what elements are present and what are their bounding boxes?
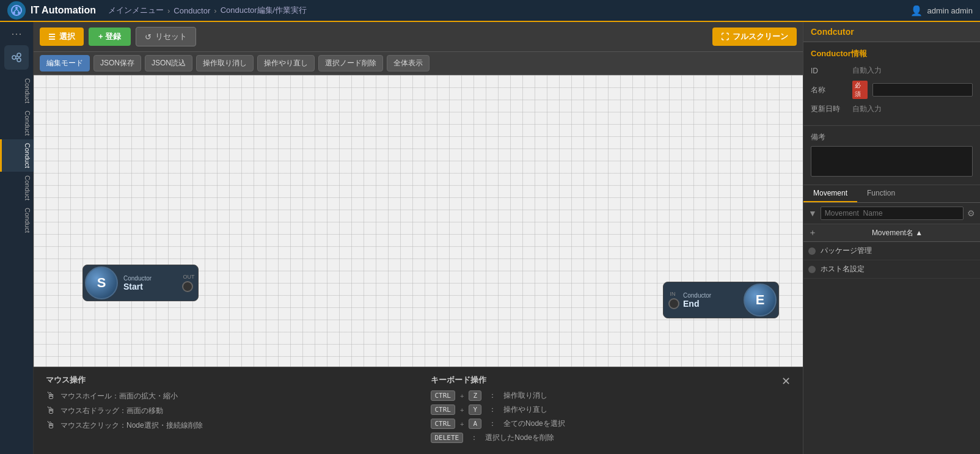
- mouse-right-icon: 🖱: [46, 405, 56, 416]
- remarks-textarea[interactable]: [811, 146, 973, 177]
- mouse-op-2: 🖱 マウス右ドラッグ：画面の移動: [46, 405, 406, 416]
- json-load-button[interactable]: JSON読込: [145, 55, 192, 71]
- svg-point-2: [13, 12, 15, 14]
- name-input[interactable]: [872, 83, 973, 97]
- sidebar-item-conduct4[interactable]: Conduct: [0, 172, 34, 204]
- mouse-left-icon: 🖱: [46, 420, 56, 431]
- sidebar-dots: ⋯: [11, 27, 22, 40]
- canvas[interactable]: S Conductor Start OUT IN: [34, 75, 803, 367]
- select-button[interactable]: ☰ 選択: [40, 27, 84, 46]
- name-row: 名称 必須: [811, 81, 973, 99]
- ctrl-key-1: CTRL: [431, 390, 456, 401]
- help-close-button[interactable]: ✕: [781, 375, 791, 388]
- movement-tab-label: Movement: [813, 189, 847, 197]
- conductor-info-section: Conductor情報 ID 自動入力 名称 必須 更新日時 自動入力: [803, 42, 980, 126]
- end-node-name: End: [683, 299, 699, 309]
- start-out-port[interactable]: [182, 281, 193, 292]
- kb-sep-4: ：: [470, 433, 478, 443]
- start-node[interactable]: S Conductor Start OUT: [82, 265, 199, 301]
- sidebar-item-conduct5[interactable]: Conduct: [0, 204, 34, 236]
- fullscreen-icon: ⛶: [721, 32, 729, 42]
- breadcrumb-edit: Conductor編集/作業実行: [221, 5, 307, 16]
- name-label: 名称: [811, 85, 847, 95]
- breadcrumb-conductor[interactable]: Conductor: [174, 6, 210, 15]
- movement-row-0[interactable]: パッケージ管理: [803, 242, 980, 260]
- mouse-help: マウス操作 🖱 マウスホイール：画面の拡大・縮小 🖱 マウス右ドラッグ：画面の移…: [46, 375, 406, 447]
- movement-col-header: Movement名 ▲: [819, 228, 975, 238]
- select-icon: ☰: [48, 32, 56, 42]
- sub-toolbar: 編集モード JSON保存 JSON読込 操作取り消し 操作やり直し 選択ノード削…: [34, 52, 803, 75]
- json-save-button[interactable]: JSON保存: [93, 55, 141, 71]
- id-label: ID: [811, 67, 847, 75]
- svg-point-6: [12, 56, 16, 59]
- delete-node-label: 選択ノード削除: [325, 59, 376, 67]
- updated-label: 更新日時: [811, 104, 847, 114]
- undo-label: 操作取り消し: [203, 59, 247, 67]
- user-icon: 👤: [910, 5, 923, 16]
- end-in-port[interactable]: [668, 298, 679, 309]
- kb-undo-text: 操作取り消し: [503, 390, 547, 401]
- reset-button[interactable]: ↺ リセット: [136, 27, 196, 46]
- breadcrumb: メインメニュー › Conductor › Conductor編集/作業実行: [108, 5, 307, 16]
- start-out-label: OUT: [183, 274, 195, 280]
- redo-button[interactable]: 操作やり直し: [257, 55, 315, 71]
- toolbar: ☰ 選択 + 登録 ↺ リセット ⛶ フルスクリーン: [34, 22, 803, 52]
- mouse-op-1: 🖱 マウスホイール：画面の拡大・縮小: [46, 390, 406, 401]
- register-label: + 登録: [98, 31, 121, 42]
- end-node-body: Conductor End: [679, 290, 742, 311]
- movement-row-1[interactable]: ホスト名設定: [803, 260, 980, 279]
- end-node-type: Conductor: [683, 292, 711, 299]
- y-key: Y: [469, 405, 481, 415]
- function-tab[interactable]: Function: [857, 185, 905, 202]
- edit-mode-button[interactable]: 編集モード: [40, 55, 90, 71]
- kb-op-2: CTRL + Y ： 操作やり直し: [431, 405, 791, 415]
- start-node-type: Conductor: [123, 275, 152, 282]
- kb-selectall-text: 全てのNodeを選択: [503, 419, 565, 429]
- delete-node-button[interactable]: 選択ノード削除: [318, 55, 383, 71]
- edit-mode-label: 編集モード: [46, 59, 83, 67]
- gear-icon[interactable]: ⚙: [967, 208, 975, 218]
- movement-filter: ▼ ⚙: [803, 203, 980, 224]
- movement-tab[interactable]: Movement: [803, 185, 857, 202]
- mouse-op-2-text: マウス右ドラッグ：画面の移動: [60, 406, 163, 416]
- kb-sep-2: ：: [489, 405, 496, 415]
- sidebar: ⋯ Conduct Conduct Conduct Conduct Conduc…: [0, 22, 34, 454]
- breadcrumb-menu[interactable]: メインメニュー: [108, 5, 164, 16]
- movement-table-header: ＋ Movement名 ▲: [803, 224, 980, 242]
- undo-button[interactable]: 操作取り消し: [196, 55, 254, 71]
- fullscreen-button[interactable]: ⛶ フルスクリーン: [712, 27, 797, 46]
- movement-filter-input[interactable]: [821, 207, 964, 220]
- end-node[interactable]: IN Conductor End E: [663, 282, 779, 318]
- kb-op-3: CTRL + A ： 全てのNodeを選択: [431, 419, 791, 429]
- content-area: ☰ 選択 + 登録 ↺ リセット ⛶ フルスクリーン 編集モード JSON保存: [34, 22, 803, 454]
- reset-label: リセット: [155, 31, 187, 42]
- main-layout: ⋯ Conduct Conduct Conduct Conduct Conduc…: [0, 22, 980, 454]
- updated-row: 更新日時 自動入力: [811, 104, 973, 114]
- filter-icon: ▼: [808, 208, 817, 218]
- updated-value: 自動入力: [852, 104, 882, 114]
- topbar-right: 👤 admin admin: [910, 5, 973, 16]
- function-tab-label: Function: [867, 189, 895, 197]
- conductor-info-title: Conductor情報: [811, 48, 973, 59]
- redo-label: 操作やり直し: [264, 59, 308, 67]
- kb-redo-text: 操作やり直し: [503, 405, 547, 415]
- panel-tabs: Movement Function: [803, 185, 980, 203]
- sidebar-nav-icon[interactable]: [4, 45, 29, 70]
- mouse-help-title: マウス操作: [46, 375, 406, 386]
- sidebar-item-conduct3[interactable]: Conduct: [0, 139, 34, 172]
- svg-line-9: [16, 56, 17, 57]
- svg-line-4: [14, 9, 16, 12]
- plus-2: +: [460, 406, 464, 414]
- delete-key: DELETE: [431, 433, 464, 443]
- json-save-label: JSON保存: [100, 59, 134, 67]
- register-button[interactable]: + 登録: [89, 27, 131, 46]
- fullscreen-label: フルスクリーン: [733, 31, 788, 42]
- kb-sep-3: ：: [489, 419, 496, 429]
- sidebar-item-conduct2[interactable]: Conduct: [0, 107, 34, 139]
- right-panel-header: Condcutor: [803, 22, 980, 42]
- sidebar-item-conduct1[interactable]: Conduct: [0, 75, 34, 107]
- movement-name-0: パッケージ管理: [821, 246, 872, 256]
- svg-point-3: [18, 12, 20, 14]
- fit-all-button[interactable]: 全体表示: [387, 55, 430, 71]
- panel-tab-label: Condcutor: [811, 27, 854, 37]
